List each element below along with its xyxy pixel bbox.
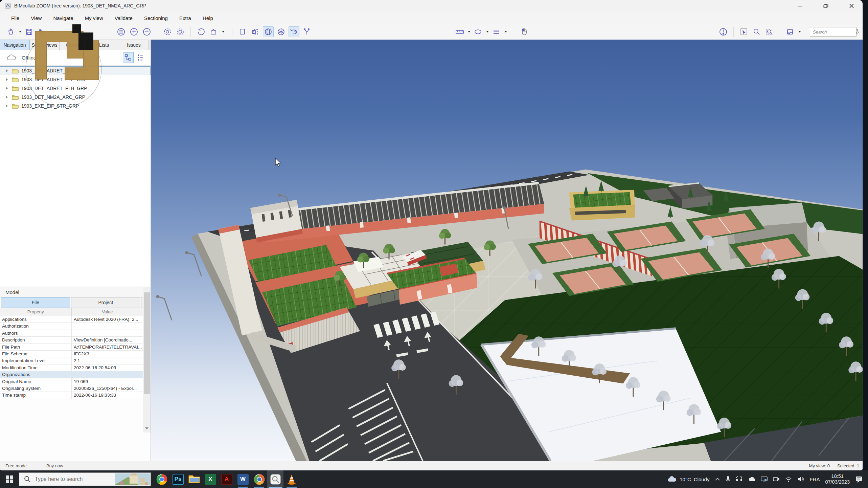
view-style-button[interactable] bbox=[491, 26, 502, 37]
property-row[interactable]: Implementation Level 2;1 bbox=[0, 357, 151, 364]
menu-item[interactable]: My view bbox=[79, 13, 109, 23]
zoom-in-button[interactable] bbox=[129, 26, 139, 37]
restore-button[interactable] bbox=[821, 1, 831, 10]
property-row[interactable]: Authorization bbox=[0, 323, 151, 330]
search-highlight-image[interactable] bbox=[115, 473, 150, 485]
property-row[interactable]: File Schema IFC2X3 bbox=[0, 351, 151, 357]
taskbar-search-input[interactable] bbox=[35, 476, 119, 482]
walk-mode-button[interactable] bbox=[301, 26, 312, 37]
menu-item[interactable]: Navigate bbox=[47, 13, 79, 23]
expand-arrow-icon[interactable] bbox=[6, 78, 8, 81]
model-tab-file[interactable]: File bbox=[1, 297, 70, 308]
expand-arrow-icon[interactable] bbox=[6, 69, 8, 72]
open-model-button[interactable] bbox=[5, 26, 16, 37]
mouse-settings-button[interactable] bbox=[519, 26, 530, 37]
property-row[interactable]: File Path A:\TEMPORAIRE\TELETRAVAI... bbox=[0, 344, 151, 351]
property-row[interactable]: Originating System 20200826_1250(x64) - … bbox=[0, 385, 151, 392]
hidden-icons-chevron[interactable] bbox=[715, 477, 720, 481]
scrollbar-down-arrow[interactable] bbox=[145, 427, 149, 429]
property-row[interactable]: Modification Time 2022-06-16 20:54:09 bbox=[0, 364, 151, 371]
tree-view-button[interactable] bbox=[123, 52, 134, 63]
reset-view-button[interactable] bbox=[196, 26, 206, 37]
taskbar-app-acrobat[interactable]: A bbox=[219, 470, 235, 488]
orbit-mode-button[interactable] bbox=[289, 26, 299, 37]
viewport-3d-scene[interactable] bbox=[151, 40, 863, 461]
clip-plane-caret[interactable] bbox=[486, 31, 489, 32]
measure-caret[interactable] bbox=[468, 31, 471, 32]
zoom-out-button[interactable] bbox=[141, 26, 152, 37]
panel-tab[interactable]: Issues bbox=[119, 40, 149, 50]
camera-icon[interactable] bbox=[773, 476, 780, 482]
save-button[interactable] bbox=[24, 26, 35, 37]
zoom-extents-button[interactable] bbox=[116, 26, 127, 37]
list-view-button[interactable] bbox=[135, 52, 146, 63]
microphone-icon[interactable] bbox=[726, 476, 730, 483]
perspective-cube-button[interactable] bbox=[276, 26, 287, 37]
parallel-projection-button[interactable] bbox=[263, 26, 274, 37]
taskbar-app-excel[interactable]: X bbox=[202, 470, 219, 488]
menu-item[interactable]: View bbox=[25, 13, 47, 23]
zoom-region-button[interactable] bbox=[764, 26, 775, 37]
taskbar-app-vlc[interactable] bbox=[283, 470, 300, 488]
section-box-caret[interactable] bbox=[798, 31, 801, 32]
taskbar-app-chrome[interactable] bbox=[154, 470, 170, 488]
audio-device-icon[interactable] bbox=[736, 476, 743, 482]
fit-box-button[interactable] bbox=[250, 26, 261, 37]
action-center-icon[interactable] bbox=[855, 476, 863, 483]
property-row[interactable]: Organizations bbox=[0, 371, 151, 378]
property-row[interactable]: Description ViewDefinition [Coordinatio.… bbox=[0, 337, 151, 343]
taskbar-app-chrome-2[interactable] bbox=[251, 470, 267, 488]
taskbar-app-file-explorer[interactable] bbox=[186, 470, 202, 488]
property-row[interactable]: Applications Autodesk Revit 2020 (FRA): … bbox=[0, 316, 151, 323]
menu-item[interactable]: Validate bbox=[109, 13, 138, 23]
measure-button[interactable] bbox=[454, 26, 465, 37]
model-tab-project[interactable]: Project bbox=[71, 297, 141, 308]
taskbar-app-photoshop[interactable]: Ps bbox=[170, 470, 186, 488]
close-button[interactable] bbox=[846, 1, 856, 10]
language-indicator[interactable]: FRA bbox=[809, 476, 820, 482]
issues-button[interactable] bbox=[718, 26, 729, 37]
zoom-selection-button[interactable] bbox=[175, 26, 186, 37]
model-tree-item[interactable]: 1903_DET_ADRET_ELE_GRP bbox=[0, 75, 151, 84]
buy-now-link[interactable]: Buy now bbox=[46, 463, 63, 468]
taskbar-app-bimcollab-zoom[interactable] bbox=[267, 470, 283, 488]
view-style-caret[interactable] bbox=[504, 31, 507, 32]
open-model-caret[interactable] bbox=[19, 31, 22, 32]
taskbar-app-word[interactable]: W bbox=[235, 470, 251, 488]
toolbar-search-input[interactable] bbox=[810, 27, 856, 37]
panel-tab[interactable]: Clashes bbox=[60, 40, 89, 50]
expand-arrow-icon[interactable] bbox=[6, 95, 8, 99]
menu-item[interactable]: Help bbox=[197, 13, 219, 23]
properties-scrollbar[interactable] bbox=[143, 287, 151, 432]
expand-arrow-icon[interactable] bbox=[6, 87, 8, 90]
panel-tab[interactable]: Lists bbox=[89, 40, 119, 50]
home-view-caret[interactable] bbox=[222, 31, 225, 32]
plan-view-button[interactable] bbox=[237, 26, 248, 37]
clip-plane-button[interactable] bbox=[473, 26, 483, 37]
property-row[interactable]: Time stamp 2022-06-16 19:33:33 bbox=[0, 392, 151, 399]
expand-arrow-icon[interactable] bbox=[6, 104, 8, 108]
share-link-button[interactable] bbox=[37, 26, 47, 37]
property-row[interactable]: Authors bbox=[0, 330, 151, 337]
model-tree-item[interactable]: 1903_DET_NM2A_ARC_GRP bbox=[0, 93, 151, 102]
network-icon[interactable] bbox=[785, 476, 792, 482]
menu-item[interactable]: Sectioning bbox=[138, 13, 174, 23]
weather-widget[interactable]: 10°C Cloudy bbox=[667, 475, 709, 483]
menu-item[interactable]: Extra bbox=[174, 13, 197, 23]
onedrive-icon[interactable] bbox=[748, 476, 755, 482]
viewport-3d[interactable] bbox=[151, 40, 863, 461]
select-button[interactable] bbox=[738, 26, 749, 37]
taskbar-clock[interactable]: 18:51 07/03/2023 bbox=[825, 473, 850, 485]
property-row[interactable]: Original Name 19-069 bbox=[0, 378, 151, 385]
model-tree-item[interactable]: 1903_DET_ADRET_CVC_GRP bbox=[0, 66, 151, 75]
zoom-window-button[interactable] bbox=[162, 26, 173, 37]
display-icon[interactable] bbox=[761, 476, 768, 482]
start-button[interactable] bbox=[0, 470, 19, 488]
share-caret[interactable] bbox=[50, 31, 53, 32]
model-tree-item[interactable]: 1903_DET_ADRET_PLB_GRP bbox=[0, 84, 151, 93]
taskbar-search[interactable] bbox=[19, 472, 151, 486]
menu-item[interactable]: File bbox=[5, 13, 25, 23]
panel-tab[interactable]: Navigation bbox=[0, 40, 30, 50]
volume-icon[interactable] bbox=[797, 476, 804, 482]
home-view-button[interactable] bbox=[208, 26, 219, 37]
